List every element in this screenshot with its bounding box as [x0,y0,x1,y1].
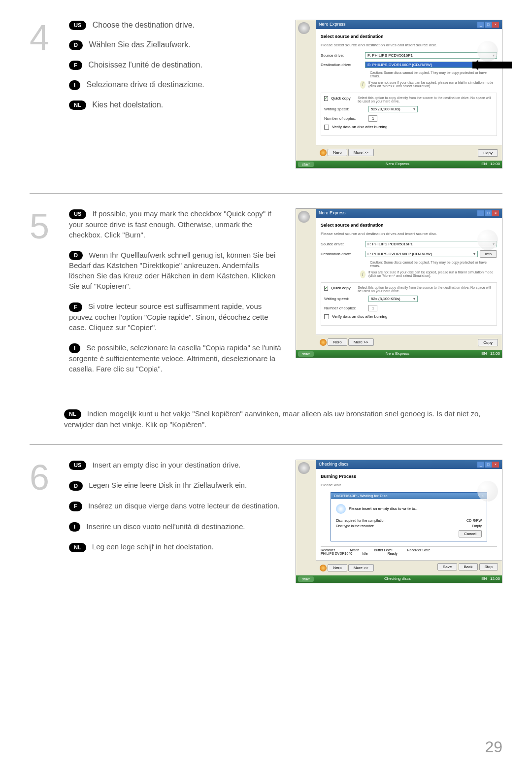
quick-copy-checkbox[interactable]: ✓ [324,286,328,291]
more-button[interactable]: More >> [348,149,374,156]
nero-screenshot-3: Checking discs _□× Burning Process Pleas… [296,460,502,583]
nero-sidebar [296,20,316,36]
nero-logo-icon [298,22,310,34]
start-button[interactable]: start [298,351,314,357]
page-number: 29 [485,738,502,756]
copies-label: Number of copies: [324,116,368,121]
state-col: Recorder State [407,548,431,552]
text-column: US If possible, you may mark the checkbo… [69,208,286,384]
section-subtitle: Please select source and destination dri… [321,232,497,236]
decor-disc-icon [477,41,498,62]
nero-button[interactable]: Nero [328,338,347,346]
maximize-icon[interactable]: □ [485,22,492,28]
window-title: Nero Express [319,22,346,28]
state-val: Ready [388,552,398,555]
help-icon[interactable] [320,565,327,571]
verify-checkbox[interactable] [324,314,329,319]
info-icon: i [360,81,366,89]
stop-button[interactable]: Stop [479,563,498,570]
writing-speed-dropdown[interactable]: 52x (8,100 KB/s) [368,106,418,112]
text-f: Choisissez l'unité de destination. [88,61,202,69]
help-icon[interactable] [320,339,327,346]
instruction-nl-fullwidth: NL Indien mogelijk kunt u het vakje "Sne… [64,408,502,430]
instruction-d: D Wenn Ihr Quelllaufwerk schnell genug i… [69,250,286,292]
badge-d: D [69,40,83,50]
nero-logo-icon [298,211,310,223]
info-button[interactable]: Info [480,250,497,258]
help-icon[interactable] [320,149,327,156]
badge-f: F [69,502,82,511]
pointer-arrow-icon [472,62,512,68]
dialog-title-text: DVDR1640P - Waiting for Disc [334,494,387,498]
action-val: Idle [362,552,367,555]
window-title: Nero Express [319,210,346,216]
verify-label: Verify data on disc after burning [332,125,388,129]
instruction-d: D Legen Sie eine leere Disk in Ihr Ziell… [69,480,286,491]
start-button[interactable]: start [298,162,314,167]
writing-speed-dropdown[interactable]: 52x (8,100 KB/s) [368,296,418,302]
taskbar: start Checking discs EN 12:00 [296,575,502,583]
maximize-icon[interactable]: □ [485,210,492,216]
caution-text: Caution: Some discs cannot be copied. Th… [370,261,497,268]
disc-type-label: Disc type in the recorder: [336,524,374,528]
start-button[interactable]: start [298,576,314,582]
instruction-nl: NL Kies het doelstation. [69,100,286,110]
nero-sidebar [296,209,316,225]
tray-area: EN 12:00 [481,162,500,167]
step-6-section: 6 US Insert an empty disc in your destin… [30,460,502,583]
copies-spinner[interactable]: 1 [368,115,377,122]
window-titlebar: Nero Express _□× [316,209,502,218]
cancel-button[interactable]: Cancel [459,530,482,537]
source-label: Source drive: [321,53,365,58]
screenshot-column: Nero Express _□× Select source and desti… [296,208,502,384]
writing-speed-label: Writing speed: [324,107,368,111]
more-button[interactable]: More >> [348,564,374,571]
quick-copy-checkbox[interactable]: ✓ [324,96,328,101]
text-column: US Insert an empty disc in your destinat… [69,460,286,583]
close-icon[interactable]: × [492,210,499,216]
nero-screenshot-2: Nero Express _□× Select source and desti… [296,208,502,358]
nero-button[interactable]: Nero [328,149,347,156]
minimize-icon[interactable]: _ [477,462,484,468]
disc-req-label: Disc required for the compilation: [336,519,386,522]
disc-type-value: Empty [472,524,482,528]
verify-label: Verify data on disc after burning [332,314,388,319]
dest-row: Destination drive: E: PHILIPS DVDR1660P … [321,62,497,68]
source-row: Source drive: F: PHILIPS PCDV5016P1 [321,52,497,59]
more-button[interactable]: More >> [348,338,374,346]
instruction-i: I Se possibile, selezionare la casella "… [69,342,286,374]
copy-button[interactable]: Copy [478,149,498,157]
badge-d: D [69,251,83,260]
text-i: Selezionare drive di destinazione. [87,80,204,89]
divider [30,444,502,445]
copies-spinner[interactable]: 1 [368,305,377,311]
badge-d: D [69,481,83,491]
maximize-icon[interactable]: □ [485,462,492,468]
close-icon[interactable]: × [492,462,499,468]
text-us: Insert an empty disc in your destination… [92,461,240,469]
dest-dropdown[interactable]: E: PHILIPS DVDR1660P [CD-R/RW] [365,251,478,257]
badge-nl: NL [69,543,86,552]
verify-checkbox[interactable] [324,125,329,130]
copy-button[interactable]: Copy [478,339,498,346]
disc-icon [336,504,346,514]
minimize-icon[interactable]: _ [477,210,484,216]
instruction-us: US Insert an empty disc in your destinat… [69,460,286,470]
taskbar-item[interactable]: Nero Express [386,351,409,357]
text-us: Choose the destination drive. [93,21,195,29]
text-f: Si votre lecteur source est suffisamment… [69,302,268,332]
badge-i: I [69,80,80,90]
close-icon[interactable]: × [492,22,499,28]
dialog-message: Please insert an empty disc to write to.… [349,506,418,511]
minimize-icon[interactable]: _ [477,22,484,28]
quick-copy-row: ✓ Quick copy Select this option to copy … [324,96,494,103]
nero-logo-icon [298,462,310,474]
quick-copy-desc: Select this option to copy directly from… [358,286,494,293]
taskbar-item[interactable]: Nero Express [386,162,409,167]
back-button[interactable]: Back [459,563,478,570]
taskbar-item[interactable]: Checking discs [384,576,411,582]
save-button[interactable]: Save [437,563,457,570]
nero-button[interactable]: Nero [328,564,347,571]
recorder-val: PHILIPS DVDR1640 [321,552,352,555]
section-subtitle: Please select source and destination dri… [321,43,497,47]
